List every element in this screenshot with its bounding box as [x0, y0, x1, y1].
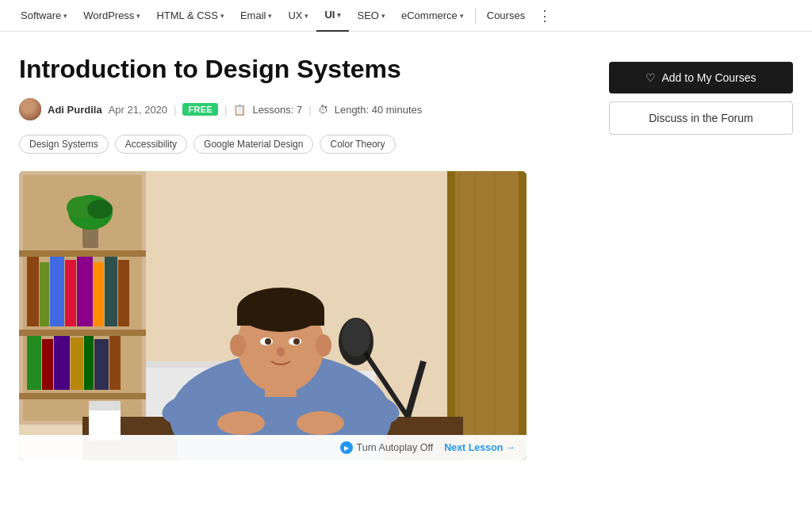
length-label: Length: 40 minutes [335, 104, 423, 116]
video-player[interactable]: ▶ Turn Autoplay Off Next Lesson → [19, 171, 527, 460]
svg-rect-47 [237, 310, 324, 326]
svg-point-53 [230, 334, 246, 357]
chevron-icon-seo: ▾ [381, 12, 385, 20]
autoplay-toggle[interactable]: ▶ Turn Autoplay Off [340, 441, 434, 454]
heart-icon: ♡ [645, 71, 656, 84]
nav-label-seo: SEO [357, 10, 378, 21]
discuss-label: Discuss in the Forum [649, 112, 753, 124]
svg-point-24 [87, 200, 113, 219]
meta-separator-2: | [224, 104, 227, 116]
author-name[interactable]: Adi Purdila [48, 104, 102, 116]
lessons-label: Lessons: 7 [252, 104, 302, 116]
svg-point-50 [265, 338, 271, 345]
svg-point-52 [277, 347, 285, 357]
svg-point-58 [297, 411, 344, 435]
free-badge: FREE [182, 103, 218, 116]
next-arrow-icon: → [506, 442, 516, 453]
svg-rect-12 [105, 257, 117, 326]
svg-point-41 [342, 319, 370, 357]
svg-rect-5 [19, 393, 146, 399]
svg-rect-19 [94, 339, 109, 390]
chevron-icon-ecommerce: ▾ [460, 12, 464, 20]
sidebar: ♡ Add to My Courses Discuss in the Forum [609, 54, 793, 460]
tag-google-material-design[interactable]: Google Material Design [193, 135, 313, 154]
next-lesson-label: Next Lesson [444, 442, 503, 453]
nav-label-software: Software [21, 10, 61, 21]
svg-rect-15 [42, 339, 53, 390]
publish-date: Apr 21, 2020 [109, 104, 167, 116]
svg-rect-10 [77, 257, 93, 326]
nav-item-seo[interactable]: SEO ▾ [349, 0, 393, 32]
svg-rect-60 [89, 401, 121, 410]
chevron-icon-wordpress: ▾ [136, 12, 140, 20]
nav-label-email: Email [240, 10, 266, 21]
svg-rect-17 [71, 338, 83, 390]
avatar [19, 98, 41, 120]
chevron-icon-ux: ▾ [304, 12, 308, 20]
add-courses-label: Add to My Courses [661, 71, 756, 84]
svg-rect-11 [94, 262, 104, 326]
nav-label-htmlcss: HTML & CSS [156, 10, 218, 21]
page-title: Introduction to Design Systems [19, 54, 585, 84]
nav-label-ui: UI [324, 9, 335, 21]
meta-separator-3: | [308, 104, 311, 116]
video-scene: ▶ Turn Autoplay Off Next Lesson → [19, 171, 527, 460]
autoplay-label: Turn Autoplay Off [357, 442, 434, 453]
chevron-icon-email: ▾ [268, 12, 272, 20]
chevron-icon-software: ▾ [63, 12, 67, 20]
video-controls-bar: ▶ Turn Autoplay Off Next Lesson → [19, 435, 527, 460]
chevron-icon-ui: ▾ [337, 11, 341, 19]
nav-item-ux[interactable]: UX ▾ [280, 0, 316, 32]
tag-design-systems[interactable]: Design Systems [19, 135, 109, 154]
content-area: Introduction to Design Systems Adi Purdi… [19, 54, 585, 460]
nav-label-ecommerce: eCommerce [401, 10, 458, 21]
lessons-icon: 📋 [233, 104, 246, 116]
svg-point-57 [217, 411, 265, 435]
tags-row: Design Systems Accessibility Google Mate… [19, 135, 585, 154]
navbar: Software ▾ WordPress ▾ HTML & CSS ▾ Emai… [0, 0, 812, 32]
tag-color-theory[interactable]: Color Theory [320, 135, 395, 154]
nav-item-email[interactable]: Email ▾ [232, 0, 281, 32]
svg-point-54 [316, 334, 331, 357]
nav-item-wordpress[interactable]: WordPress ▾ [75, 0, 148, 32]
nav-more-button[interactable]: ⋮ [533, 7, 557, 25]
svg-rect-13 [118, 260, 129, 326]
chevron-icon-htmlcss: ▾ [220, 12, 224, 20]
main-content: Introduction to Design Systems Adi Purdi… [0, 32, 812, 460]
svg-rect-6 [27, 257, 39, 326]
svg-rect-7 [40, 262, 49, 326]
svg-rect-14 [27, 336, 41, 390]
nav-item-software[interactable]: Software ▾ [13, 0, 75, 32]
nav-item-htmlcss[interactable]: HTML & CSS ▾ [148, 0, 232, 32]
svg-rect-8 [50, 257, 64, 326]
svg-rect-16 [54, 336, 70, 390]
video-svg [19, 171, 527, 460]
nav-divider [475, 8, 476, 24]
nav-label-courses: Courses [487, 10, 525, 21]
discuss-forum-button[interactable]: Discuss in the Forum [609, 101, 793, 135]
next-lesson-button[interactable]: Next Lesson → [444, 442, 515, 453]
length-icon: ⏱ [318, 104, 328, 116]
nav-label-ux: UX [288, 10, 302, 21]
svg-rect-3 [19, 250, 146, 257]
add-to-courses-button[interactable]: ♡ Add to My Courses [609, 62, 793, 93]
svg-rect-20 [109, 336, 121, 390]
svg-point-51 [293, 338, 300, 345]
svg-rect-26 [455, 171, 519, 460]
svg-rect-18 [84, 336, 94, 390]
nav-item-ecommerce[interactable]: eCommerce ▾ [393, 0, 472, 32]
svg-rect-4 [19, 330, 146, 336]
nav-item-courses[interactable]: Courses [479, 0, 533, 32]
nav-item-ui[interactable]: UI ▾ [316, 0, 349, 32]
autoplay-icon: ▶ [340, 441, 353, 454]
meta-row: Adi Purdila Apr 21, 2020 | FREE | 📋 Less… [19, 98, 585, 120]
nav-label-wordpress: WordPress [83, 10, 134, 21]
tag-accessibility[interactable]: Accessibility [115, 135, 187, 154]
meta-separator-1: | [174, 104, 176, 116]
svg-rect-9 [65, 260, 76, 326]
avatar-image [19, 98, 41, 120]
